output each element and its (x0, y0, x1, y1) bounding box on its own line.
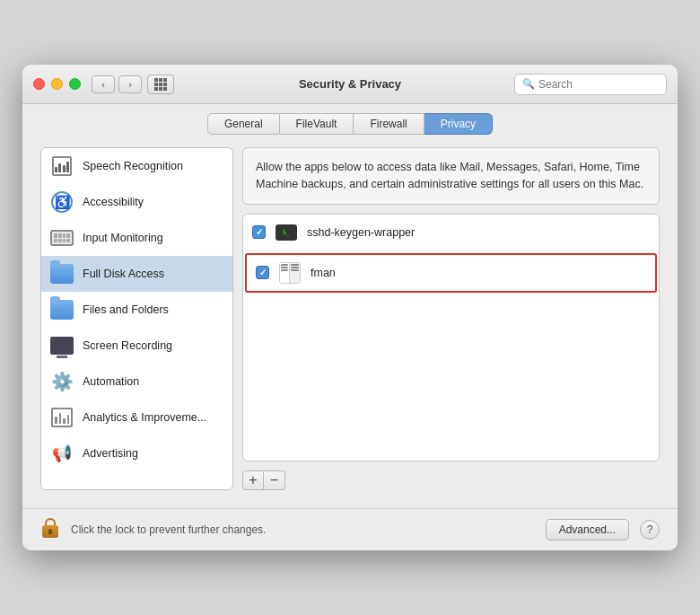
nav-buttons: ‹ › (92, 75, 142, 93)
right-panel: Allow the apps below to access data like… (242, 147, 660, 490)
maximize-button[interactable] (69, 78, 81, 90)
gear-icon: ⚙️ (50, 370, 74, 393)
bar (66, 162, 69, 172)
lock-icon[interactable] (40, 518, 60, 541)
sidebar-item-label: Analytics & Improveme... (83, 411, 206, 424)
sidebar-item-label: Speech Recognition (83, 160, 183, 172)
sidebar-item-label: Input Monitoring (83, 232, 163, 244)
folder-icon-shape (50, 264, 74, 284)
grid-dot (159, 83, 162, 86)
app-icon-fman (278, 261, 302, 285)
screen-icon-shape (50, 337, 74, 355)
folder-icon (50, 262, 74, 286)
sidebar-item-input-monitoring[interactable]: Input Monitoring (41, 220, 232, 256)
main-content: Speech Recognition ♿ Accessibility (22, 135, 678, 508)
keyboard-icon (50, 226, 74, 250)
title-bar: ‹ › Security & Privacy 🔍 (22, 65, 678, 104)
sidebar-item-label: Accessibility (83, 196, 144, 208)
tab-filevault[interactable]: FileVault (280, 113, 354, 135)
main-window: ‹ › Security & Privacy 🔍 General FileV (22, 65, 678, 550)
add-app-button[interactable]: + (242, 470, 264, 490)
sidebar: Speech Recognition ♿ Accessibility (40, 147, 233, 490)
close-button[interactable] (33, 78, 45, 90)
app-icon-sshd: $_ (275, 221, 298, 244)
sidebar-item-speech-recognition[interactable]: Speech Recognition (41, 148, 232, 184)
grid-dot (163, 87, 167, 91)
app-name-sshd: sshd-keygen-wrapper (307, 226, 415, 239)
tab-bar: General FileVault Firewall Privacy (22, 104, 678, 135)
app-row-fman: fman (245, 253, 657, 293)
analytics-icon (50, 406, 74, 429)
speech-recognition-icon (52, 156, 72, 176)
accessibility-icon: ♿ (50, 190, 74, 214)
grid-dot (163, 78, 167, 82)
grid-button[interactable] (147, 75, 174, 94)
apps-list: $_ sshd-keygen-wrapper (242, 214, 660, 462)
lock-body (42, 525, 58, 538)
sidebar-item-label: Files and Folders (83, 303, 169, 316)
sidebar-item-analytics[interactable]: Analytics & Improveme... (41, 400, 232, 435)
search-box[interactable]: 🔍 (514, 74, 667, 95)
accessibility-icon-shape: ♿ (51, 191, 73, 213)
advanced-button[interactable]: Advanced... (546, 519, 629, 540)
grid-icon (154, 78, 167, 91)
sidebar-item-files-and-folders[interactable]: Files and Folders (41, 292, 232, 328)
grid-dot (154, 83, 158, 86)
speech-icon (50, 154, 74, 178)
sidebar-item-label: Full Disk Access (83, 268, 164, 280)
window-title: Security & Privacy (299, 77, 401, 91)
gear-icon-shape: ⚙️ (51, 371, 74, 392)
screen-icon (50, 334, 74, 357)
back-button[interactable]: ‹ (92, 75, 115, 93)
lock-keyhole (48, 529, 52, 534)
grid-dot (163, 83, 167, 86)
bottom-bar: Click the lock to prevent further change… (22, 508, 678, 550)
lock-shackle (45, 518, 56, 525)
grid-dot (154, 78, 158, 82)
add-remove-bar: + − (242, 470, 660, 490)
lock-text: Click the lock to prevent further change… (71, 523, 535, 536)
tab-general[interactable]: General (207, 113, 280, 135)
folder-icon (50, 298, 74, 321)
bar (58, 163, 61, 172)
folder-icon-shape (50, 300, 74, 320)
bar (55, 167, 57, 172)
bar (63, 165, 66, 172)
megaphone-icon: 📢 (50, 442, 74, 465)
terminal-icon: $_ (276, 224, 297, 241)
sidebar-item-screen-recording[interactable]: Screen Recording (41, 328, 232, 364)
forward-button[interactable]: › (118, 75, 142, 93)
fman-icon-shape (279, 262, 301, 284)
remove-app-button[interactable]: − (264, 470, 285, 490)
search-icon: 🔍 (522, 78, 535, 90)
grid-dot (159, 78, 162, 82)
app-checkbox-fman[interactable] (256, 266, 269, 279)
tab-firewall[interactable]: Firewall (354, 113, 424, 135)
minimize-button[interactable] (51, 78, 63, 90)
analytics-icon-shape (51, 408, 73, 427)
sidebar-item-label: Screen Recording (83, 339, 172, 352)
sidebar-item-label: Automation (83, 375, 139, 388)
grid-dot (159, 87, 162, 91)
sidebar-item-automation[interactable]: ⚙️ Automation (41, 364, 232, 400)
tab-privacy[interactable]: Privacy (424, 113, 493, 135)
search-input[interactable] (538, 78, 659, 91)
traffic-lights (33, 78, 81, 90)
grid-dot (154, 87, 158, 91)
sidebar-list: Speech Recognition ♿ Accessibility (41, 148, 232, 489)
sidebar-item-full-disk-access[interactable]: Full Disk Access (41, 256, 232, 292)
app-checkbox-sshd[interactable] (252, 225, 266, 239)
help-button[interactable]: ? (640, 520, 660, 540)
description-text: Allow the apps below to access data like… (242, 147, 660, 205)
sidebar-item-advertising[interactable]: 📢 Advertising (41, 435, 232, 471)
app-name-fman: fman (311, 267, 336, 279)
sidebar-item-accessibility[interactable]: ♿ Accessibility (41, 184, 232, 220)
sidebar-item-label: Advertising (83, 447, 138, 460)
keyboard-icon-shape (50, 230, 74, 246)
app-row-sshd: $_ sshd-keygen-wrapper (243, 215, 659, 251)
megaphone-icon-shape: 📢 (52, 444, 72, 463)
